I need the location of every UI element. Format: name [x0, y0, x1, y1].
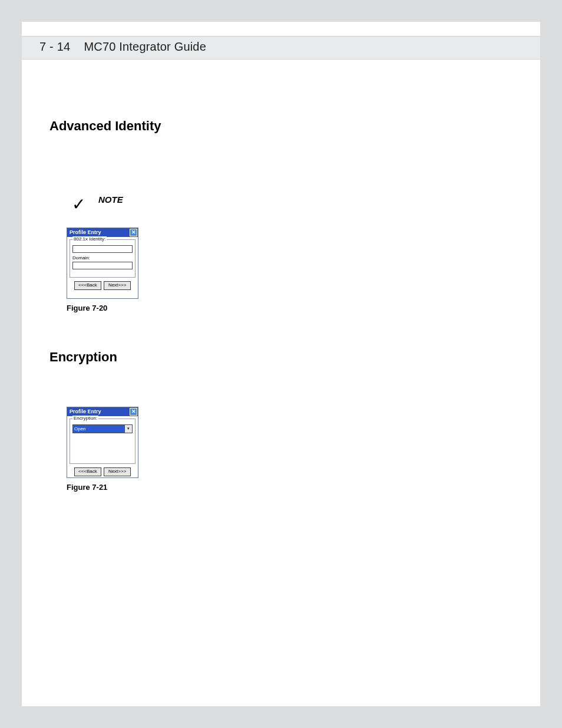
domain-field-label: Domain: — [72, 255, 133, 261]
dialog-title-text: Profile Entry — [70, 229, 101, 235]
identity-group: 802.1x Identity: Domain: — [70, 239, 135, 278]
guide-title: MC70 Integrator Guide — [84, 40, 206, 53]
profile-entry-dialog-encryption: Profile Entry ✕ Encryption: Open ▾ <<<Ba… — [67, 407, 138, 478]
encryption-group-label: Encryption: — [72, 416, 98, 421]
identity-group-label: 802.1x Identity: — [72, 236, 107, 242]
next-button[interactable]: Next>>> — [104, 281, 131, 290]
figure-caption-7-20: Figure 7-20 — [67, 304, 107, 312]
page-header-text: 7 - 14 MC70 Integrator Guide — [39, 40, 206, 54]
figure-caption-7-21: Figure 7-21 — [67, 483, 107, 492]
page-number: 7 - 14 — [39, 40, 70, 53]
close-icon[interactable]: ✕ — [130, 229, 137, 236]
checkmark-icon: ✓ — [72, 195, 85, 214]
dialog-titlebar: Profile Entry ✕ — [67, 228, 138, 237]
dialog-buttons: <<<Back Next>>> — [70, 280, 135, 290]
page-header-band: 7 - 14 MC70 Integrator Guide — [22, 36, 540, 60]
back-button[interactable]: <<<Back — [74, 467, 101, 476]
back-button[interactable]: <<<Back — [74, 281, 101, 290]
next-button[interactable]: Next>>> — [104, 467, 131, 476]
close-icon[interactable]: ✕ — [130, 408, 137, 416]
page: 7 - 14 MC70 Integrator Guide Advanced Id… — [22, 22, 540, 706]
profile-entry-dialog-identity: Profile Entry ✕ 802.1x Identity: Domain:… — [67, 228, 138, 299]
section-title-advanced-identity: Advanced Identity — [49, 118, 161, 134]
dialog-buttons: <<<Back Next>>> — [70, 466, 135, 476]
section-title-encryption: Encryption — [49, 350, 117, 365]
dialog-titlebar: Profile Entry ✕ — [67, 407, 138, 416]
domain-input[interactable] — [72, 262, 133, 269]
dialog-body: 802.1x Identity: Domain: <<<Back Next>>> — [67, 237, 138, 294]
identity-input[interactable] — [72, 245, 133, 253]
encryption-group: Encryption: Open ▾ — [70, 419, 135, 464]
encryption-select[interactable]: Open ▾ — [72, 424, 133, 433]
dialog-title-text: Profile Entry — [70, 409, 101, 414]
dialog-body: Encryption: Open ▾ <<<Back Next>>> — [67, 416, 138, 480]
note-label: NOTE — [98, 195, 123, 205]
chevron-down-icon[interactable]: ▾ — [124, 425, 132, 433]
encryption-select-value: Open — [73, 425, 124, 433]
